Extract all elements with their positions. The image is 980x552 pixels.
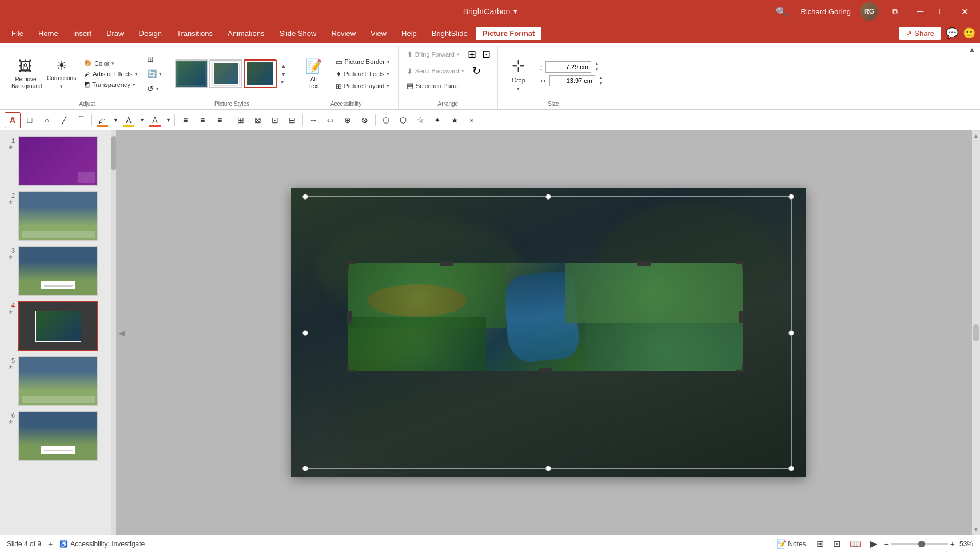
slide-image-6[interactable] [18,411,98,461]
smart-shape-btn[interactable]: ⇔ [322,112,338,128]
title-dropdown-arrow[interactable]: ▾ [513,7,517,15]
slide-thumbnail-6[interactable]: 6 ★ [3,410,107,462]
bring-forward-btn[interactable]: ⬆ Bring Forward ▾ [403,49,463,60]
slide-image-5[interactable] [18,356,98,406]
crop-handle-mr[interactable] [739,311,744,323]
handle-bc-outer[interactable] [545,466,551,471]
align-right-btn[interactable]: ≡ [212,112,228,128]
font-color-dropdown[interactable]: ▾ [164,112,172,128]
mirror-btn[interactable]: ⊟ [284,112,300,128]
fill-dropdown[interactable]: ▾ [111,112,119,128]
rectangle-tool[interactable]: □ [22,112,38,128]
pic-style-2[interactable] [209,59,242,88]
menu-item-animations[interactable]: Animations [221,27,271,40]
color-btn[interactable]: 🎨 Color ▾ [81,58,141,68]
picture-border-btn[interactable]: ▭ Picture Border ▾ [332,57,393,67]
slide-image-1[interactable] [18,136,98,186]
hexagon-btn[interactable]: ⬡ [395,112,411,128]
line-tool[interactable]: ╱ [56,112,72,128]
accessibility-status[interactable]: ♿ Accessibility: Investigate [59,540,145,548]
vscroll-up[interactable]: ▲ [973,133,979,139]
handle-ml-outer[interactable] [302,330,308,336]
height-down[interactable]: ▼ [593,67,600,73]
crop-btn[interactable]: ⊹ Crop ▾ [503,54,535,94]
remove-background-btn[interactable]: 🖼 Remove Background [9,56,42,92]
artistic-effects-btn[interactable]: 🖌 Artistic Effects ▾ [81,69,141,78]
vscroll-down[interactable]: ▼ [973,526,979,533]
slide-thumbnail-3[interactable]: 3 ★ [3,245,107,297]
highlight-dropdown[interactable]: ▾ [138,112,146,128]
canvas-right-scrollbar[interactable]: ▲ ▼ [972,130,980,535]
fill-color-btn[interactable]: 🖊 [94,112,110,128]
menu-item-home[interactable]: Home [31,27,65,40]
align-center-btn[interactable]: ≡ [194,112,210,128]
more-tools-btn[interactable]: » [464,112,480,128]
menu-item-file[interactable]: File [5,27,30,40]
font-color-btn[interactable]: A [147,112,163,128]
slide-thumbnail-1[interactable]: 1 ★ [3,135,107,188]
distribute-btn[interactable]: ⊠ [250,112,266,128]
block-btn[interactable]: ⊗ [357,112,373,128]
ribbon-collapse-btn[interactable]: ▲ [969,46,975,54]
crop-region[interactable] [348,263,743,371]
scrollbar-thumb[interactable] [111,136,116,170]
slide-image-4[interactable] [18,301,98,351]
canvas-scroll-left[interactable]: ◀ [116,321,128,344]
handle-br-outer[interactable] [788,466,794,471]
notes-btn[interactable]: 📝 Notes [773,538,809,550]
reset-pic-btn[interactable]: ↺ ▾ [144,83,165,94]
menu-item-help[interactable]: Help [395,27,424,40]
star-4-btn[interactable]: ✦ [429,112,445,128]
handle-bl-outer[interactable] [302,466,308,471]
zoom-level[interactable]: 53% [959,540,973,548]
share-button[interactable]: ↗ Share [899,27,941,40]
slide-sorter-btn[interactable]: ⊡ [831,537,843,550]
zoom-slider[interactable] [891,543,948,545]
star-btn[interactable]: ☆ [412,112,428,128]
search-icon[interactable]: 🔍 [771,4,792,19]
menu-item-design[interactable]: Design [132,27,169,40]
handle-tl-outer[interactable] [302,194,308,200]
flip-btn[interactable]: ⊡ [267,112,283,128]
emoji-icon[interactable]: 🙂 [963,27,975,39]
slide-thumbnail-4[interactable]: 4 ★ [3,300,107,352]
send-backward-btn[interactable]: ⬇ Send Backward ▾ [403,66,468,77]
slide-thumbnail-5[interactable]: 5 ★ [3,355,107,407]
slide-image-3[interactable] [18,246,98,296]
width-input[interactable] [549,75,595,86]
height-up[interactable]: ▲ [593,61,600,67]
text-select-btn[interactable]: A [5,112,21,128]
crop-handle-tl[interactable] [347,261,355,269]
slide-image-2[interactable] [18,191,98,241]
highlight-btn[interactable]: A [121,112,137,128]
picture-layout-btn[interactable]: ⊞ Picture Layout ▾ [332,81,393,92]
picture-effects-btn[interactable]: ✦ Picture Effects ▾ [332,69,393,80]
ellipse-tool[interactable]: ○ [39,112,55,128]
change-pic-btn[interactable]: 🔄 ▾ [144,68,165,80]
smart-guides-btn[interactable]: ⊞ [233,112,249,128]
circle-btn[interactable]: ⊕ [340,112,356,128]
pic-style-3[interactable] [244,59,277,88]
handle-mr-outer[interactable] [788,330,794,336]
menu-item-brightslide[interactable]: BrightSlide [425,27,475,40]
add-slide-btn[interactable]: + [48,539,53,549]
compress-btn[interactable]: ⊞ [144,53,165,65]
presenter-view-btn[interactable]: ▶ [868,537,879,550]
maximize-btn[interactable]: □ [934,4,951,19]
menu-item-pictureformat[interactable]: Picture Format [476,27,542,40]
user-avatar[interactable]: RG [860,2,878,21]
selection-pane-btn[interactable]: ▤ Selection Pane [403,80,461,91]
scroll-up-btn[interactable]: ▲ [279,62,288,70]
crop-handle-tc2[interactable] [637,261,651,266]
zoom-plus[interactable]: + [950,539,955,549]
zoom-minus[interactable]: − [884,539,889,549]
connector-btn[interactable]: ↔ [305,112,321,128]
menu-item-view[interactable]: View [364,27,393,40]
crop-handle-br[interactable] [736,364,744,372]
reading-view-btn[interactable]: 📖 [847,537,863,550]
menu-item-draw[interactable]: Draw [99,27,130,40]
curve-tool[interactable]: ⌒ [73,112,89,128]
menu-item-review[interactable]: Review [324,27,362,40]
rotate-btn[interactable]: ↻ [470,63,483,78]
handle-tc-outer[interactable] [545,194,551,200]
